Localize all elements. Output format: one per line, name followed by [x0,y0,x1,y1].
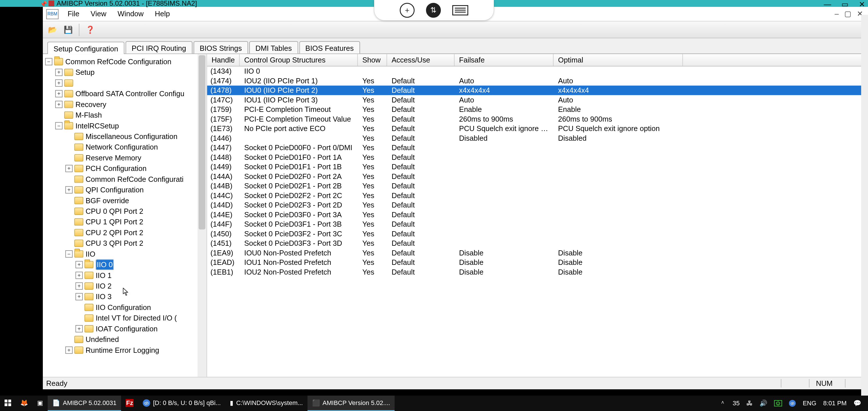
menu-file[interactable]: File [62,8,85,20]
table-row[interactable]: (1449)Socket 0 PcieD01F1 - Port 1BYesDef… [207,162,868,171]
expander-icon[interactable]: + [65,186,73,193]
tree-item[interactable]: Setup [75,67,94,77]
table-row[interactable]: (1E73)No PCIe port active ECOYesDefaultP… [207,124,868,133]
table-row[interactable]: (1451)Socket 0 PcieD03F3 - Port 3DYesDef… [207,239,868,248]
table-row[interactable]: (1450)Socket 0 PcieD03F2 - Port 3CYesDef… [207,229,868,238]
close-button[interactable]: ✕ [859,0,865,9]
expander-icon[interactable]: + [75,293,83,301]
grid-body[interactable]: (1434)IIO 0(1474)IOU2 (IIO PCIe Port 1)Y… [207,66,868,277]
scrollbar-thumb[interactable] [199,55,206,229]
taskbar-firefox[interactable]: 🦊 [16,396,33,411]
col-handle[interactable]: Handle [207,54,240,66]
tree-item[interactable]: QPI Configuration [86,185,144,195]
taskbar-amibcp-2[interactable]: ⬛AMIBCP Version 5.02.... [308,396,395,411]
taskbar-amibcp[interactable]: 📄AMIBCP 5.02.0031 [48,396,121,411]
tree-item[interactable]: CPU 0 QPI Port 2 [86,206,143,216]
tree-item[interactable]: Reserve Memory [86,152,141,163]
table-row[interactable]: (1759)PCI-E Completion TimeoutYesDefault… [207,105,868,114]
tree-item[interactable]: Undefined [86,334,119,345]
tab-setup-configuration[interactable]: Setup Configuration [48,42,124,54]
tree-item[interactable]: PCH Configuration [86,163,147,174]
mdi-minimize-button[interactable]: – [835,10,839,18]
tree-item[interactable]: Miscellaneous Configuration [86,131,178,141]
tab-bios-features[interactable]: BIOS Features [299,41,360,53]
table-row[interactable]: (144D)Socket 0 PcieD02F3 - Port 2DYesDef… [207,200,868,210]
menu-help[interactable]: Help [149,8,176,20]
start-button[interactable] [0,396,16,411]
table-row[interactable]: (1EAD)IOU1 Non-Posted PrefetchYesDefault… [207,258,868,267]
tab-pci-irq-routing[interactable]: PCI IRQ Routing [125,41,192,53]
onscreen-keyboard-button[interactable] [452,5,468,15]
tree-item[interactable]: Recovery [75,99,106,109]
expander-icon[interactable]: + [65,347,73,354]
tray-battery-icon[interactable]: ⏻ [774,400,782,406]
setup-tree[interactable]: −Common RefCode Configuration +Setup + +… [43,54,207,358]
expander-icon[interactable]: + [75,282,83,290]
col-control-group[interactable]: Control Group Structures [240,54,358,66]
tray-volume-icon[interactable]: 🔊 [760,400,767,407]
maximize-button[interactable]: ▭ [841,0,848,9]
tab-dmi-tables[interactable]: DMI Tables [249,41,298,53]
tree-item[interactable]: Intel VT for Directed I/O ( [96,313,177,323]
tray-language[interactable]: ENG [803,400,816,407]
tree-item[interactable]: CPU 2 QPI Port 2 [86,227,143,238]
outer-vertical-scrollbar[interactable] [861,15,868,396]
expander-icon[interactable]: − [55,122,63,130]
table-row[interactable]: (175F)PCI-E Completion Timeout ValueYesD… [207,114,868,124]
table-row[interactable]: (144E)Socket 0 PcieD03F0 - Port 3AYesDef… [207,210,868,219]
help-button[interactable]: ❓ [83,23,97,36]
expander-icon[interactable]: + [55,69,63,76]
tree-item[interactable]: IIO Configuration [96,302,151,313]
open-button[interactable]: 📂 [45,23,60,36]
expander-icon[interactable]: + [75,272,83,279]
menu-view[interactable]: View [85,8,112,20]
tray-temperature[interactable]: 35 [733,400,740,407]
col-optimal[interactable]: Optimal [554,54,683,66]
taskbar-qbittorrent[interactable]: qb[D: 0 B/s, U: 0 B/s] qBi... [138,396,225,411]
col-show[interactable]: Show [358,54,387,66]
table-row[interactable]: (1474)IOU2 (IIO PCIe Port 1)YesDefaultAu… [207,76,868,85]
col-failsafe[interactable]: Failsafe [455,54,554,66]
tree-item[interactable]: M-Flash [75,110,102,121]
table-row[interactable]: (144B)Socket 0 PcieD02F1 - Port 2BYesDef… [207,181,868,191]
table-row[interactable]: (1EA9)IOU0 Non-Posted PrefetchYesDefault… [207,248,868,257]
tree-item[interactable]: IIO 2 [96,281,112,291]
table-row[interactable]: (144C)Socket 0 PcieD02F2 - Port 2CYesDef… [207,191,868,200]
tree-item[interactable]: Network Configuration [86,142,158,152]
tree-item[interactable]: Common RefCode Configuration [65,56,172,67]
expander-icon[interactable]: − [45,58,53,65]
table-row[interactable]: (1446)YesDefaultDisabledDisabled [207,133,868,143]
table-row[interactable]: (147C)IOU1 (IIO PCIe Port 3)YesDefaultAu… [207,95,868,104]
tray-clock[interactable]: 8:01 PM [823,400,846,407]
col-access-use[interactable]: Access/Use [387,54,455,66]
table-row[interactable]: (1478)IOU0 (IIO PCIe Port 2)YesDefaultx4… [207,86,868,95]
tree-item[interactable]: IIO [86,249,95,259]
minimize-button[interactable]: — [824,0,831,9]
pin-icon[interactable]: 📌 [40,1,47,7]
tree-item[interactable]: IIO 1 [96,270,112,281]
table-row[interactable]: (1EB1)IOU2 Non-Posted PrefetchYesDefault… [207,267,868,277]
expander-icon[interactable]: + [55,80,63,87]
zoom-in-button[interactable]: ＋ [400,3,414,18]
tab-bios-strings[interactable]: BIOS Strings [193,41,248,53]
expander-icon[interactable]: + [55,90,63,98]
tray-network-icon[interactable]: 🖧 [746,400,753,407]
menu-window[interactable]: Window [112,8,149,20]
expander-icon[interactable]: + [75,261,83,268]
tree-item[interactable]: IntelRCSetup [75,121,119,131]
expander-icon[interactable]: + [75,325,83,333]
tree-item[interactable]: BGF override [86,195,129,206]
expander-icon[interactable]: + [55,101,63,108]
tray-notifications-icon[interactable]: 💬 [854,400,861,407]
expander-icon[interactable]: + [65,165,73,172]
tree-item[interactable]: Common RefCode Configurati [86,174,184,184]
tree-scrollbar[interactable] [197,54,207,377]
save-button[interactable]: 💾 [61,23,75,36]
expander-icon[interactable]: − [65,250,73,258]
table-row[interactable]: (1447)Socket 0 PcieD00F0 - Port 0/DMIYes… [207,143,868,152]
swap-session-button[interactable]: ⇅ [426,3,441,18]
taskbar-terminal[interactable]: ▣ [33,396,48,411]
taskbar-cmd[interactable]: ▮C:\WINDOWS\system... [225,396,307,411]
tree-item-selected[interactable]: IIO 0 [96,259,114,270]
tray-overflow-button[interactable]: ＾ [719,399,726,408]
